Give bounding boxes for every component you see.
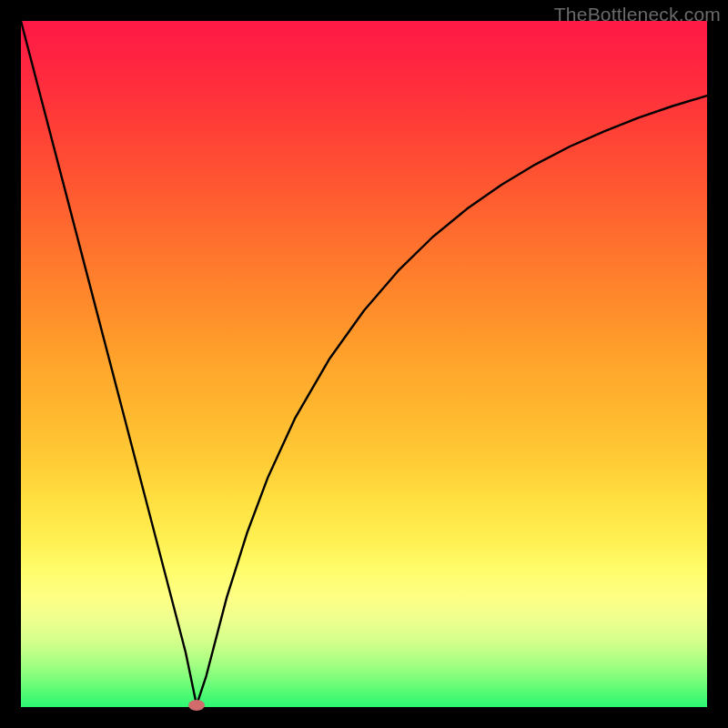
plot-area xyxy=(21,21,707,707)
watermark-text: TheBottleneck.com xyxy=(554,4,721,25)
bottleneck-curve xyxy=(21,21,707,705)
curve-layer xyxy=(21,21,707,707)
minimum-marker xyxy=(188,700,205,711)
chart-frame: TheBottleneck.com xyxy=(0,0,728,728)
